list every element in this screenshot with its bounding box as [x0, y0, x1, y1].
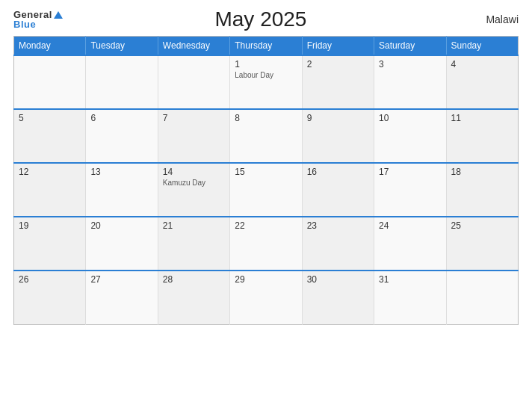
month-title: May 2025	[63, 7, 459, 31]
day-number: 9	[307, 113, 369, 123]
calendar-cell: 31	[374, 271, 446, 324]
holiday-name: Kamuzu Day	[163, 179, 225, 187]
day-number: 31	[379, 274, 441, 285]
calendar-cell: 9	[302, 109, 374, 163]
header: General Blue May 2025 Malawi	[13, 7, 519, 31]
calendar-cell: 17	[374, 163, 446, 217]
calendar-cell: 30	[302, 271, 374, 324]
calendar-cell	[446, 271, 518, 324]
col-wednesday: Wednesday	[158, 37, 229, 56]
day-number: 29	[235, 274, 297, 285]
day-number: 25	[451, 220, 513, 231]
calendar-cell: 14Kamuzu Day	[158, 163, 229, 217]
calendar-cell: 3	[374, 55, 446, 109]
day-number: 14	[163, 167, 225, 177]
logo-triangle-icon	[54, 11, 63, 19]
day-number: 11	[451, 113, 513, 123]
day-number: 16	[307, 167, 369, 177]
calendar-week-row: 121314Kamuzu Day15161718	[14, 163, 519, 217]
calendar-cell: 15	[230, 163, 302, 217]
calendar-cell: 8	[230, 109, 302, 163]
calendar-cell: 11	[446, 109, 518, 163]
day-number: 7	[163, 113, 225, 123]
calendar-cell: 27	[86, 271, 158, 324]
col-monday: Monday	[14, 37, 86, 56]
calendar-page: General Blue May 2025 Malawi Monday Tues…	[0, 0, 532, 411]
calendar-cell: 18	[446, 163, 518, 217]
day-number: 27	[90, 274, 152, 285]
day-number: 5	[19, 113, 81, 123]
day-number: 22	[235, 220, 297, 231]
day-number: 10	[379, 113, 441, 123]
calendar-header-row: Monday Tuesday Wednesday Thursday Friday…	[14, 37, 519, 56]
calendar-cell: 26	[14, 271, 86, 324]
calendar-cell: 21	[158, 217, 229, 271]
calendar-cell: 2	[302, 55, 374, 109]
calendar-cell	[86, 55, 158, 109]
day-number: 28	[163, 274, 225, 285]
day-number: 4	[451, 59, 513, 69]
day-number: 1	[235, 59, 297, 69]
col-thursday: Thursday	[230, 37, 302, 56]
calendar-cell: 16	[302, 163, 374, 217]
calendar-cell: 5	[14, 109, 86, 163]
day-number: 19	[19, 220, 81, 231]
calendar-cell: 10	[374, 109, 446, 163]
day-number: 12	[19, 167, 81, 177]
calendar-week-row: 19202122232425	[14, 217, 519, 271]
calendar-cell: 25	[446, 217, 518, 271]
day-number: 20	[90, 220, 152, 231]
calendar-cell: 23	[302, 217, 374, 271]
day-number: 30	[307, 274, 369, 285]
calendar-cell	[158, 55, 229, 109]
logo: General Blue	[13, 10, 63, 29]
day-number: 18	[451, 167, 513, 177]
day-number: 2	[307, 59, 369, 69]
calendar-cell: 22	[230, 217, 302, 271]
day-number: 26	[19, 274, 81, 285]
calendar-cell: 13	[86, 163, 158, 217]
calendar-cell: 29	[230, 271, 302, 324]
calendar-cell	[14, 55, 86, 109]
calendar-cell: 12	[14, 163, 86, 217]
logo-blue: Blue	[13, 19, 36, 29]
country-label: Malawi	[459, 13, 519, 25]
day-number: 17	[379, 167, 441, 177]
calendar-week-row: 262728293031	[14, 271, 519, 324]
calendar-week-row: 567891011	[14, 109, 519, 163]
calendar-cell: 24	[374, 217, 446, 271]
day-number: 8	[235, 113, 297, 123]
day-number: 3	[379, 59, 441, 69]
day-number: 23	[307, 220, 369, 231]
calendar-cell: 20	[86, 217, 158, 271]
col-friday: Friday	[302, 37, 374, 56]
day-number: 13	[90, 167, 152, 177]
calendar-cell: 28	[158, 271, 229, 324]
calendar-cell: 1Labour Day	[230, 55, 302, 109]
calendar-table: Monday Tuesday Wednesday Thursday Friday…	[13, 36, 519, 325]
day-number: 21	[163, 220, 225, 231]
col-saturday: Saturday	[374, 37, 446, 56]
col-tuesday: Tuesday	[86, 37, 158, 56]
day-number: 24	[379, 220, 441, 231]
calendar-cell: 4	[446, 55, 518, 109]
day-number: 6	[90, 113, 152, 123]
calendar-cell: 6	[86, 109, 158, 163]
calendar-cell: 19	[14, 217, 86, 271]
col-sunday: Sunday	[446, 37, 518, 56]
calendar-week-row: 1Labour Day234	[14, 55, 519, 109]
day-number: 15	[235, 167, 297, 177]
holiday-name: Labour Day	[235, 71, 297, 79]
calendar-cell: 7	[158, 109, 229, 163]
